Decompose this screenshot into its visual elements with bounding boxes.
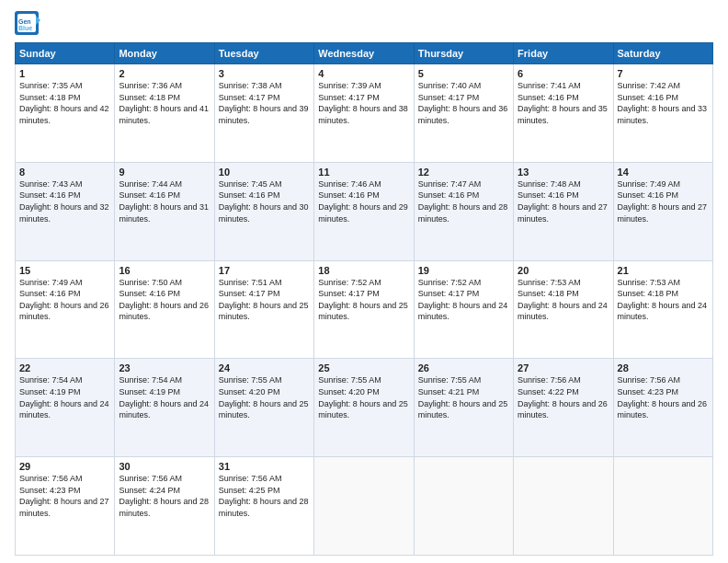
day-number: 4 <box>318 68 409 79</box>
week-row-1: 1Sunrise: 7:35 AMSunset: 4:18 PMDaylight… <box>16 64 713 163</box>
day-cell <box>514 457 613 556</box>
day-cell: 4Sunrise: 7:39 AMSunset: 4:17 PMDaylight… <box>314 64 414 163</box>
calendar-body: 1Sunrise: 7:35 AMSunset: 4:18 PMDaylight… <box>16 64 713 556</box>
day-cell: 24Sunrise: 7:55 AMSunset: 4:20 PMDayligh… <box>214 359 313 457</box>
day-detail: Sunrise: 7:56 AMSunset: 4:24 PMDaylight:… <box>119 473 210 519</box>
day-cell: 29Sunrise: 7:56 AMSunset: 4:23 PMDayligh… <box>16 457 115 556</box>
col-header-monday: Monday <box>115 43 214 64</box>
header-row: SundayMondayTuesdayWednesdayThursdayFrid… <box>16 43 713 64</box>
logo: Gen Blue <box>15 11 44 40</box>
page: Gen Blue SundayMondayTuesdayWednesdayThu… <box>0 0 728 563</box>
day-cell <box>314 457 414 556</box>
day-cell <box>613 457 712 556</box>
day-detail: Sunrise: 7:56 AMSunset: 4:23 PMDaylight:… <box>19 473 110 519</box>
logo-icon: Gen Blue <box>15 11 40 40</box>
day-number: 22 <box>19 362 110 373</box>
day-cell: 31Sunrise: 7:56 AMSunset: 4:25 PMDayligh… <box>214 457 313 556</box>
day-cell: 26Sunrise: 7:55 AMSunset: 4:21 PMDayligh… <box>414 359 513 457</box>
week-row-4: 22Sunrise: 7:54 AMSunset: 4:19 PMDayligh… <box>16 359 713 457</box>
day-cell: 21Sunrise: 7:53 AMSunset: 4:18 PMDayligh… <box>613 260 712 359</box>
day-number: 23 <box>119 362 210 373</box>
day-cell: 5Sunrise: 7:40 AMSunset: 4:17 PMDaylight… <box>414 64 513 163</box>
day-number: 14 <box>618 167 709 178</box>
header: Gen Blue <box>15 11 713 40</box>
day-number: 20 <box>518 265 609 276</box>
day-detail: Sunrise: 7:44 AMSunset: 4:16 PMDaylight:… <box>119 178 210 224</box>
day-number: 16 <box>119 265 210 276</box>
day-number: 3 <box>219 68 310 79</box>
day-number: 8 <box>19 167 110 178</box>
col-header-friday: Friday <box>514 43 613 64</box>
day-number: 13 <box>518 167 609 178</box>
day-number: 17 <box>219 265 310 276</box>
svg-text:Gen: Gen <box>18 18 31 25</box>
day-cell: 1Sunrise: 7:35 AMSunset: 4:18 PMDaylight… <box>16 64 115 163</box>
day-number: 10 <box>219 167 310 178</box>
day-cell: 23Sunrise: 7:54 AMSunset: 4:19 PMDayligh… <box>115 359 214 457</box>
day-detail: Sunrise: 7:43 AMSunset: 4:16 PMDaylight:… <box>19 178 110 224</box>
day-cell: 12Sunrise: 7:47 AMSunset: 4:16 PMDayligh… <box>414 162 513 260</box>
day-number: 18 <box>318 265 409 276</box>
day-number: 30 <box>119 461 210 472</box>
day-detail: Sunrise: 7:55 AMSunset: 4:21 PMDaylight:… <box>418 374 509 420</box>
day-detail: Sunrise: 7:54 AMSunset: 4:19 PMDaylight:… <box>19 374 110 420</box>
svg-text:Blue: Blue <box>18 25 32 31</box>
day-detail: Sunrise: 7:52 AMSunset: 4:17 PMDaylight:… <box>318 277 409 323</box>
day-cell: 25Sunrise: 7:55 AMSunset: 4:20 PMDayligh… <box>314 359 414 457</box>
day-number: 26 <box>418 362 509 373</box>
day-cell: 22Sunrise: 7:54 AMSunset: 4:19 PMDayligh… <box>16 359 115 457</box>
day-cell: 19Sunrise: 7:52 AMSunset: 4:17 PMDayligh… <box>414 260 513 359</box>
day-detail: Sunrise: 7:56 AMSunset: 4:22 PMDaylight:… <box>518 374 609 420</box>
day-cell: 7Sunrise: 7:42 AMSunset: 4:16 PMDaylight… <box>613 64 712 163</box>
day-number: 9 <box>119 167 210 178</box>
day-cell: 8Sunrise: 7:43 AMSunset: 4:16 PMDaylight… <box>16 162 115 260</box>
day-detail: Sunrise: 7:36 AMSunset: 4:18 PMDaylight:… <box>119 80 210 126</box>
day-cell: 11Sunrise: 7:46 AMSunset: 4:16 PMDayligh… <box>314 162 414 260</box>
day-number: 27 <box>518 362 609 373</box>
day-detail: Sunrise: 7:55 AMSunset: 4:20 PMDaylight:… <box>219 374 310 420</box>
day-detail: Sunrise: 7:50 AMSunset: 4:16 PMDaylight:… <box>119 277 210 323</box>
col-header-sunday: Sunday <box>16 43 115 64</box>
day-detail: Sunrise: 7:47 AMSunset: 4:16 PMDaylight:… <box>418 178 509 224</box>
day-cell: 6Sunrise: 7:41 AMSunset: 4:16 PMDaylight… <box>514 64 613 163</box>
day-number: 5 <box>418 68 509 79</box>
day-number: 6 <box>518 68 609 79</box>
day-cell: 15Sunrise: 7:49 AMSunset: 4:16 PMDayligh… <box>16 260 115 359</box>
week-row-2: 8Sunrise: 7:43 AMSunset: 4:16 PMDaylight… <box>16 162 713 260</box>
day-cell: 3Sunrise: 7:38 AMSunset: 4:17 PMDaylight… <box>214 64 313 163</box>
day-detail: Sunrise: 7:53 AMSunset: 4:18 PMDaylight:… <box>618 277 709 323</box>
day-detail: Sunrise: 7:53 AMSunset: 4:18 PMDaylight:… <box>518 277 609 323</box>
day-detail: Sunrise: 7:52 AMSunset: 4:17 PMDaylight:… <box>418 277 509 323</box>
day-cell: 2Sunrise: 7:36 AMSunset: 4:18 PMDaylight… <box>115 64 214 163</box>
day-detail: Sunrise: 7:56 AMSunset: 4:25 PMDaylight:… <box>219 473 310 519</box>
day-detail: Sunrise: 7:55 AMSunset: 4:20 PMDaylight:… <box>318 374 409 420</box>
day-number: 29 <box>19 461 110 472</box>
day-detail: Sunrise: 7:49 AMSunset: 4:16 PMDaylight:… <box>19 277 110 323</box>
day-cell: 14Sunrise: 7:49 AMSunset: 4:16 PMDayligh… <box>613 162 712 260</box>
col-header-saturday: Saturday <box>613 43 712 64</box>
day-cell: 18Sunrise: 7:52 AMSunset: 4:17 PMDayligh… <box>314 260 414 359</box>
day-detail: Sunrise: 7:48 AMSunset: 4:16 PMDaylight:… <box>518 178 609 224</box>
day-cell: 30Sunrise: 7:56 AMSunset: 4:24 PMDayligh… <box>115 457 214 556</box>
day-detail: Sunrise: 7:41 AMSunset: 4:16 PMDaylight:… <box>518 80 609 126</box>
day-cell: 10Sunrise: 7:45 AMSunset: 4:16 PMDayligh… <box>214 162 313 260</box>
day-number: 25 <box>318 362 409 373</box>
day-cell: 17Sunrise: 7:51 AMSunset: 4:17 PMDayligh… <box>214 260 313 359</box>
day-number: 15 <box>19 265 110 276</box>
day-number: 19 <box>418 265 509 276</box>
calendar: SundayMondayTuesdayWednesdayThursdayFrid… <box>15 42 713 556</box>
day-detail: Sunrise: 7:39 AMSunset: 4:17 PMDaylight:… <box>318 80 409 126</box>
day-number: 31 <box>219 461 310 472</box>
day-cell <box>414 457 513 556</box>
day-number: 24 <box>219 362 310 373</box>
col-header-tuesday: Tuesday <box>214 43 313 64</box>
day-number: 2 <box>119 68 210 79</box>
day-detail: Sunrise: 7:49 AMSunset: 4:16 PMDaylight:… <box>618 178 709 224</box>
day-number: 28 <box>618 362 709 373</box>
day-cell: 9Sunrise: 7:44 AMSunset: 4:16 PMDaylight… <box>115 162 214 260</box>
day-detail: Sunrise: 7:56 AMSunset: 4:23 PMDaylight:… <box>618 374 709 420</box>
week-row-5: 29Sunrise: 7:56 AMSunset: 4:23 PMDayligh… <box>16 457 713 556</box>
day-cell: 13Sunrise: 7:48 AMSunset: 4:16 PMDayligh… <box>514 162 613 260</box>
day-detail: Sunrise: 7:45 AMSunset: 4:16 PMDaylight:… <box>219 178 310 224</box>
day-number: 1 <box>19 68 110 79</box>
